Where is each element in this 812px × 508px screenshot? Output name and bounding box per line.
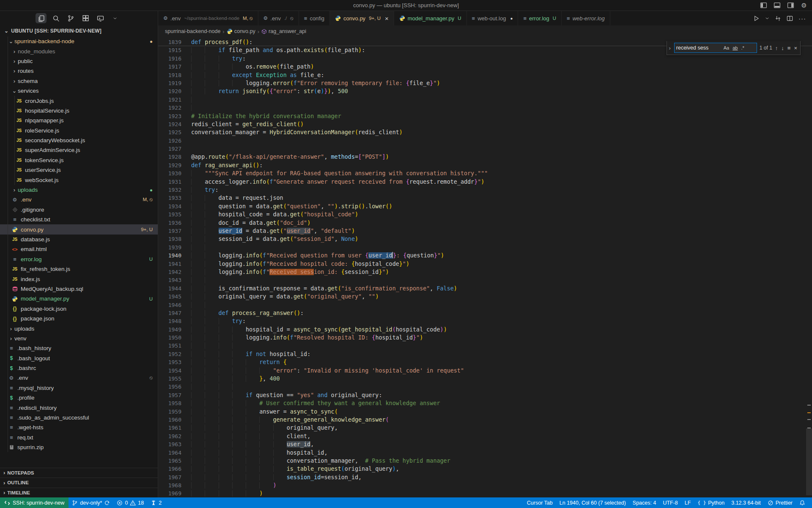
tab-model_manager.py[interactable]: model_manager.pyU — [394, 11, 467, 25]
run-dropdown-chevron-icon[interactable] — [765, 16, 769, 20]
tree-item-fix_refresh_token.js[interactable]: JSfix_refresh_token.js — [0, 264, 158, 274]
code-line-1951[interactable]: 1951 — [158, 342, 812, 350]
search-icon[interactable] — [50, 13, 61, 23]
branch-indicator[interactable]: dev-only* — [69, 497, 113, 508]
python-version[interactable]: 3.12.3 64-bit — [728, 497, 764, 508]
tree-item-MedQueryAI_backup.sql[interactable]: MedQueryAI_backup.sql — [0, 284, 158, 294]
close-find-icon[interactable]: × — [793, 45, 798, 51]
code-line-1916[interactable]: 1916 try: — [158, 55, 812, 63]
code-line-1921[interactable]: 1921 — [158, 96, 812, 104]
tree-item-venv[interactable]: ›venv — [0, 334, 158, 343]
notifications-bell[interactable] — [796, 497, 809, 508]
cursor-position[interactable]: Ln 1940, Col 60 (7 selected) — [556, 497, 629, 508]
toggle-replace-chevron-icon[interactable]: › — [668, 45, 671, 51]
code-line-1955[interactable]: 1955 }, 400 — [158, 375, 812, 383]
tree-item-.gitignore[interactable]: .gitignore — [0, 205, 158, 215]
explorer-files-icon[interactable] — [36, 13, 47, 23]
tree-item-package-lock.json[interactable]: {}package-lock.json — [0, 304, 158, 314]
code-line-1941[interactable]: 1941 logging.info(f"Received hospital co… — [158, 260, 812, 268]
tree-item-.profile[interactable]: $.profile — [0, 393, 158, 403]
code-line-1938[interactable]: 1938 session_id = data.get("session_id",… — [158, 235, 812, 243]
code-line-1928[interactable]: 1928@app.route("/flask-api/generate-answ… — [158, 153, 812, 161]
ports-indicator[interactable]: 2 — [147, 497, 165, 508]
tree-item-services[interactable]: ⌄services — [0, 86, 158, 96]
code-line-1952[interactable]: 1952 if not hospital_id: — [158, 350, 812, 358]
code-line-1944[interactable]: 1944 is_confirmation_response = data.get… — [158, 284, 812, 293]
code-line-1960[interactable]: 1960 generate_general_knowledge_answer( — [158, 416, 812, 424]
tree-item-cronJobs.js[interactable]: JScronJobs.js — [0, 96, 158, 105]
code-line-1953[interactable]: 1953 return { — [158, 358, 812, 366]
code-line-1937[interactable]: 1937 user_id = data.get("user_id", "defa… — [158, 227, 812, 235]
code-line-1962[interactable]: 1962 client, — [158, 432, 812, 440]
code-line-1965[interactable]: 1965 conversation_manager, # Pass the hy… — [158, 457, 812, 465]
tree-item-.env[interactable]: ⚙.env⦸ — [0, 373, 158, 383]
tree-item-index.js[interactable]: JSindex.js — [0, 274, 158, 284]
tree-item-uploads[interactable]: ›uploads — [0, 323, 158, 333]
tab-web-out.log[interactable]: ≡web-out.log● — [467, 11, 518, 25]
tree-item-req.txt[interactable]: ≡req.txt — [0, 433, 158, 442]
remote-indicator[interactable]: SSH: spurrin-dev-new — [0, 497, 69, 508]
tree-item-roleService.js[interactable]: JSroleService.js — [0, 126, 158, 135]
match-case-icon[interactable]: Aa — [723, 45, 730, 51]
code-line-1956[interactable]: 1956 — [158, 383, 812, 391]
tree-item-.wget-hsts[interactable]: ≡.wget-hsts — [0, 422, 158, 432]
code-line-1961[interactable]: 1961 original_query, — [158, 424, 812, 432]
tree-item-spurrinai-backend-node[interactable]: ⌄spurrinai-backend-node● — [0, 36, 158, 46]
code-line-1950[interactable]: 1950 logging.info(f"Resolved hospital ID… — [158, 334, 812, 342]
layout-sidebar-left-icon[interactable] — [760, 2, 767, 9]
breadcrumb-item[interactable]: spurrinai-backend-node — [165, 28, 220, 34]
tree-item-.rediscli_history[interactable]: ≡.rediscli_history — [0, 403, 158, 412]
code-line-1949[interactable]: 1949 hospital_id = async_to_sync(get_hos… — [158, 326, 812, 334]
tree-item-secondaryWebsocket.js[interactable]: JSsecondaryWebsocket.js — [0, 135, 158, 145]
code-line-1946[interactable]: 1946 — [158, 301, 812, 309]
prettier-status[interactable]: Prettier — [764, 497, 796, 508]
compare-changes-icon[interactable] — [775, 15, 781, 22]
eol[interactable]: LF — [681, 497, 694, 508]
code-line-1929[interactable]: 1929def rag_answer_api(): — [158, 161, 812, 169]
code-line-1939[interactable]: 1939 — [158, 243, 812, 251]
find-previous-icon[interactable]: ↑ — [775, 45, 779, 51]
tree-item-webSocket.js[interactable]: JSwebSocket.js — [0, 175, 158, 185]
tab-web-error.log[interactable]: ≡web-error.log — [562, 11, 610, 25]
code-line-1966[interactable]: 1966 is_table_request(original_query), — [158, 465, 812, 473]
tree-item-node_modules[interactable]: ›node_modules — [0, 46, 158, 56]
language-mode[interactable]: { }Python — [694, 497, 728, 508]
code-line-1967[interactable]: 1967 session_id=session_id, — [158, 473, 812, 481]
code-line-1932[interactable]: 1932 try: — [158, 186, 812, 194]
tree-item-uploads[interactable]: ›uploads● — [0, 185, 158, 195]
code-line-1940[interactable]: 1940 logging.info(f"Received question fr… — [158, 251, 812, 260]
dirty-indicator-icon[interactable]: ● — [510, 16, 513, 21]
tree-item-public[interactable]: ›public — [0, 56, 158, 66]
code-line-1943[interactable]: 1943 — [158, 276, 812, 284]
problems-indicator[interactable]: 018 — [113, 497, 147, 508]
code-editor[interactable]: 1839def process_pdf():1915 if file_path … — [158, 37, 812, 497]
tree-item-.sudo_as_admin_successful[interactable]: ≡.sudo_as_admin_successful — [0, 413, 158, 422]
code-line-1935[interactable]: 1935 hospital_code = data.get("hospital_… — [158, 210, 812, 218]
tree-item-.env[interactable]: ⚙.envM, ⦸ — [0, 195, 158, 204]
code-line-1920[interactable]: 1920 return jsonify({"error": str(e)}), … — [158, 87, 812, 95]
manage-gear-icon[interactable]: ⚙ — [800, 2, 808, 9]
tree-item-error.log[interactable]: ≡error.logU — [0, 254, 158, 264]
panel-header-notepads[interactable]: ›NOTEPADS — [0, 468, 158, 478]
code-line-1947[interactable]: 1947 def process_rag_answer(): — [158, 309, 812, 317]
tree-item-hospitalService.js[interactable]: JShospitalService.js — [0, 106, 158, 116]
tree-item-.mysql_history[interactable]: ≡.mysql_history — [0, 383, 158, 393]
code-line-1969[interactable]: 1969 ) — [158, 489, 812, 497]
whole-word-icon[interactable]: ab — [732, 45, 738, 51]
remote-explorer-icon[interactable] — [95, 13, 106, 23]
code-line-1926[interactable]: 1926 — [158, 137, 812, 145]
scrollbar-slider[interactable] — [806, 428, 812, 495]
code-line-1968[interactable]: 1968 ) — [158, 481, 812, 489]
find-input[interactable] — [676, 45, 721, 51]
code-line-1918[interactable]: 1918 except Exception as file_e: — [158, 71, 812, 79]
find-in-selection-icon[interactable]: ≡ — [787, 45, 791, 51]
tab-config[interactable]: ≡config — [299, 11, 330, 25]
layout-panel-icon[interactable] — [773, 2, 781, 9]
code-line-1964[interactable]: 1964 hospital_id, — [158, 449, 812, 457]
panel-header-timeline[interactable]: ›TIMELINE — [0, 488, 158, 498]
close-tab-icon[interactable]: × — [385, 15, 389, 22]
regex-icon[interactable]: .* — [741, 45, 745, 51]
encoding[interactable]: UTF-8 — [659, 497, 681, 508]
code-line-1936[interactable]: 1936 doc_id = data.get("doc_id") — [158, 219, 812, 227]
breadcrumb-item[interactable]: rag_answer_api — [261, 28, 306, 34]
